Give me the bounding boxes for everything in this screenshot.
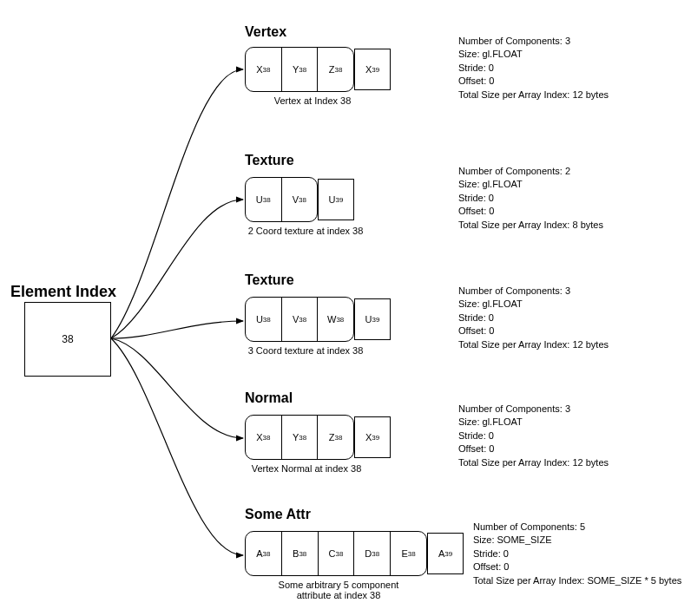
metadata-texture2: Number of Components: 2 Size: gl.FLOAT S…: [458, 165, 603, 232]
buffer-cell: U38: [246, 178, 282, 221]
metadata-someattr: Number of Components: 5 Size: SOME_SIZE …: [473, 521, 681, 587]
buffer-cell: E38: [391, 532, 426, 575]
metadata-normal: Number of Components: 3 Size: gl.FLOAT S…: [458, 403, 609, 469]
buffer-texture3-overflow: U39: [354, 298, 391, 340]
attr-title-texture3: Texture: [245, 272, 294, 288]
buffer-normal: X38Y38Z38: [245, 415, 354, 460]
buffer-vertex: X38Y38Z38: [245, 47, 354, 92]
element-index-box: 38: [24, 302, 111, 377]
buffer-cell: C38: [319, 532, 355, 575]
buffer-cell: Y38: [282, 416, 319, 459]
caption-someattr: Some arbitrary 5 componentattribute at i…: [252, 580, 425, 600]
buffer-cell: W38: [318, 298, 353, 341]
metadata-texture3: Number of Components: 3 Size: gl.FLOAT S…: [458, 285, 609, 351]
buffer-cell: Y38: [282, 48, 319, 91]
buffer-vertex-overflow: X39: [354, 49, 391, 90]
buffer-someattr: A38B38C38D38E38: [245, 531, 427, 576]
buffer-cell: V38: [282, 298, 319, 341]
buffer-cell: B38: [282, 532, 319, 575]
buffer-texture3: U38V38W38: [245, 297, 354, 342]
attr-title-vertex: Vertex: [245, 24, 286, 40]
buffer-cell: X38: [246, 416, 282, 459]
buffer-cell: Z38: [318, 48, 353, 91]
buffer-normal-overflow: X39: [354, 416, 391, 458]
caption-texture2: 2 Coord texture at index 38: [227, 226, 384, 236]
caption-texture3: 3 Coord texture at index 38: [227, 345, 384, 356]
attr-title-texture2: Texture: [245, 153, 294, 168]
buffer-texture2: U38V38: [245, 177, 318, 222]
caption-vertex: Vertex at Index 38: [252, 95, 373, 106]
element-index-title: Element Index: [10, 283, 116, 301]
buffer-cell: A38: [246, 532, 282, 575]
metadata-vertex: Number of Components: 3 Size: gl.FLOAT S…: [458, 35, 609, 102]
buffer-texture2-overflow: U39: [318, 179, 354, 220]
buffer-cell: D38: [354, 532, 391, 575]
buffer-cell: V38: [282, 178, 318, 221]
element-index-value: 38: [62, 333, 73, 345]
buffer-cell: X38: [246, 48, 282, 91]
attr-title-normal: Normal: [245, 390, 293, 406]
buffer-cell: U38: [246, 298, 282, 341]
attr-title-someattr: Some Attr: [245, 507, 311, 522]
buffer-someattr-overflow: A39: [427, 533, 464, 574]
caption-normal: Vertex Normal at index 38: [233, 463, 380, 474]
buffer-cell: Z38: [318, 416, 353, 459]
